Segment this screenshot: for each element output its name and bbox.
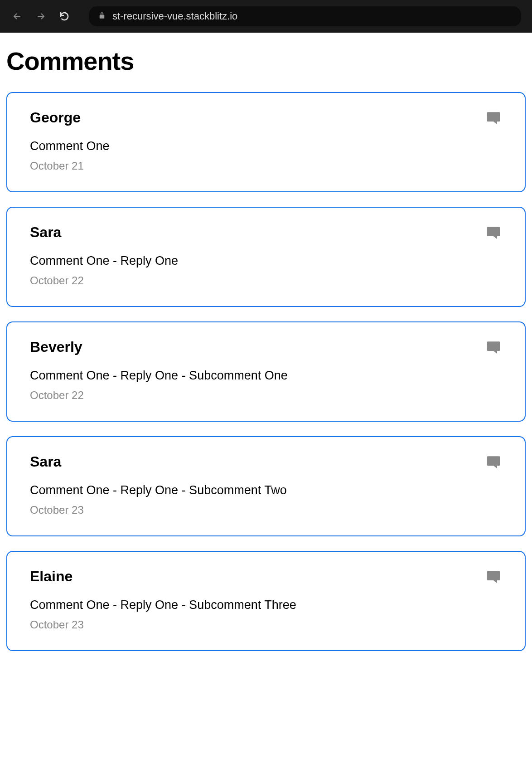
comment-body: Comment One - Reply One - Subcomment One: [30, 369, 502, 383]
comment-date: October 22: [30, 389, 502, 402]
comment-header: Sara: [30, 453, 502, 471]
comment-body: Comment One - Reply One: [30, 254, 502, 268]
comment-author: Sara: [30, 224, 61, 241]
comment-date: October 23: [30, 618, 502, 631]
comment-bubble-icon[interactable]: [485, 109, 502, 126]
comment-author: George: [30, 109, 81, 126]
comment-bubble-icon[interactable]: [485, 453, 502, 471]
page-title: Comments: [6, 46, 526, 76]
comment-author: Beverly: [30, 339, 82, 355]
browser-chrome-bar: st-recursive-vue.stackblitz.io: [0, 0, 532, 33]
reload-icon: [59, 11, 70, 22]
reload-button[interactable]: [58, 10, 71, 23]
comment-date: October 22: [30, 274, 502, 287]
comment-body: Comment One - Reply One - Subcomment Two: [30, 483, 502, 497]
comment-date: October 23: [30, 504, 502, 516]
comment-header: Beverly: [30, 339, 502, 356]
comment-card: SaraComment One - Reply One - Subcomment…: [6, 436, 526, 536]
comment-header: Elaine: [30, 568, 502, 585]
arrow-right-icon: [35, 11, 46, 22]
comment-bubble-icon[interactable]: [485, 224, 502, 241]
comment-body: Comment One - Reply One - Subcomment Thr…: [30, 598, 502, 612]
arrow-left-icon: [12, 11, 23, 22]
comment-card: GeorgeComment OneOctober 21: [6, 92, 526, 192]
comment-header: Sara: [30, 224, 502, 241]
comment-author: Elaine: [30, 568, 73, 585]
comment-card: BeverlyComment One - Reply One - Subcomm…: [6, 321, 526, 422]
page-content: Comments GeorgeComment OneOctober 21Sara…: [0, 33, 532, 679]
comment-header: George: [30, 109, 502, 126]
comment-date: October 21: [30, 160, 502, 172]
comment-author: Sara: [30, 453, 61, 470]
comment-bubble-icon[interactable]: [485, 339, 502, 356]
url-text: st-recursive-vue.stackblitz.io: [112, 10, 237, 22]
url-bar[interactable]: st-recursive-vue.stackblitz.io: [89, 6, 521, 26]
comment-bubble-icon[interactable]: [485, 568, 502, 585]
lock-icon: [98, 11, 106, 21]
comments-list: GeorgeComment OneOctober 21SaraComment O…: [6, 92, 526, 651]
comment-card: SaraComment One - Reply OneOctober 22: [6, 207, 526, 307]
back-button[interactable]: [11, 10, 24, 23]
comment-body: Comment One: [30, 139, 502, 153]
forward-button[interactable]: [34, 10, 47, 23]
comment-card: ElaineComment One - Reply One - Subcomme…: [6, 551, 526, 651]
